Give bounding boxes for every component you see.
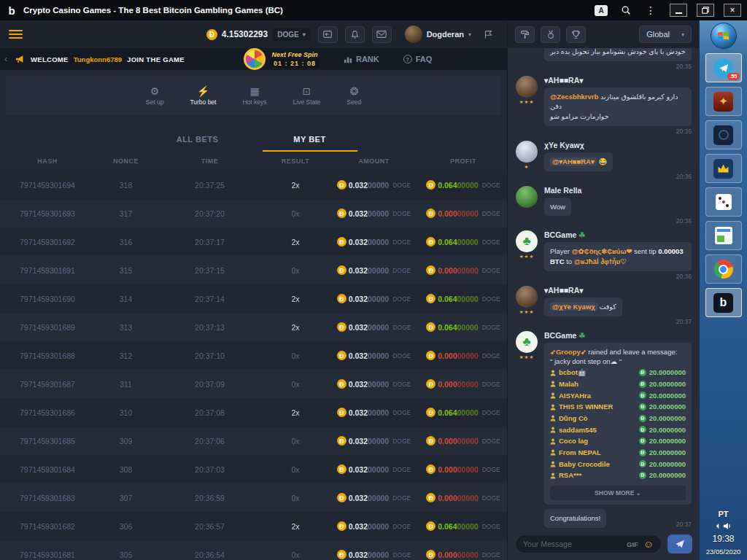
- tab-my-bet[interactable]: MY BET: [263, 135, 357, 152]
- free-spin-timer: 01 : 21 : 08: [270, 59, 320, 68]
- search-icon[interactable]: [616, 3, 635, 18]
- bet-row[interactable]: 7971459301681 305 20:36:54 0x Đ 0.032000…: [0, 540, 507, 560]
- bet-row[interactable]: 7971459301688 312 20:37:10 0x Đ 0.032000…: [0, 341, 507, 370]
- currency-dropdown[interactable]: DOGE▾: [272, 28, 310, 41]
- bet-row[interactable]: 7971459301693 317 20:37:20 0x Đ 0.032000…: [0, 199, 507, 228]
- settings-item[interactable]: ⚡ Turbo bet: [190, 86, 216, 106]
- chat-username[interactable]: ▾AH■■RA▾: [544, 76, 692, 85]
- amount-zeros: 00000: [368, 209, 389, 218]
- winner-name[interactable]: saddam545: [559, 424, 636, 436]
- minimize-button[interactable]: [670, 4, 687, 17]
- bet-row[interactable]: 7971459301684 308 20:37:03 0x Đ 0.032000…: [0, 455, 507, 483]
- settings-item[interactable]: ⚙ Set up: [146, 86, 164, 106]
- taskbar-game-red[interactable]: ✦: [705, 87, 742, 116]
- chat-username[interactable]: Male Rella: [544, 186, 692, 195]
- profit-zeros: 00000: [457, 209, 479, 218]
- faq-link[interactable]: ? FAQ: [403, 55, 433, 63]
- hamburger-menu-icon[interactable]: [9, 30, 23, 39]
- mention[interactable]: @ʁJħäĺ ჰφϯἧυ♡: [574, 257, 627, 265]
- chat-username[interactable]: BCGame ☘: [544, 230, 692, 239]
- trophy-icon[interactable]: [566, 26, 586, 43]
- free-spin-widget[interactable]: Next Free Spin 01 : 21 : 08: [244, 48, 320, 70]
- avatar[interactable]: ♣: [516, 230, 538, 252]
- message-input[interactable]: [523, 540, 622, 548]
- rain-user[interactable]: ➶Groopy➶: [550, 348, 587, 356]
- winner-name[interactable]: Coco lag: [559, 435, 636, 447]
- medal-icon[interactable]: [541, 26, 560, 43]
- paint-roller-icon[interactable]: [515, 26, 535, 43]
- bet-row[interactable]: 7971459301694 318 20:37:25 2x Đ 0.032000…: [0, 171, 507, 199]
- settings-item[interactable]: ⊡ Live State: [293, 86, 321, 106]
- taskbar-document-app[interactable]: [705, 221, 742, 250]
- winner-name[interactable]: From NEPAL: [559, 447, 636, 459]
- settings-item[interactable]: ▦ Hot keys: [242, 86, 266, 106]
- bet-row[interactable]: 7971459301689 313 20:37:13 2x Đ 0.032000…: [0, 313, 507, 341]
- start-button[interactable]: [711, 23, 737, 49]
- mention[interactable]: @Zecsbhkrvrb: [550, 93, 598, 101]
- chat-username[interactable]: ▾AH■■RA▾: [544, 286, 692, 295]
- taskbar-date[interactable]: 23/05/2020: [706, 548, 741, 556]
- menu-dots-icon[interactable]: ⋮: [641, 3, 660, 18]
- taskbar-telegram[interactable]: .55: [705, 53, 742, 82]
- avatar[interactable]: [516, 141, 538, 163]
- bet-profit: Đ 0.00000000 DOGE: [419, 550, 507, 559]
- taskbar-crown-app[interactable]: [705, 154, 742, 183]
- winner-name[interactable]: Dũng Cò: [559, 413, 636, 424]
- taskbar-chrome[interactable]: [705, 254, 742, 284]
- show-more-button[interactable]: SHOW MORE ⌄: [550, 486, 686, 500]
- mention[interactable]: @✿₵öɳς✻₵ʁúω❤: [572, 247, 632, 255]
- star-rating: ★★★: [519, 99, 534, 105]
- winner-name[interactable]: Malah: [559, 378, 636, 390]
- avatar[interactable]: [516, 186, 538, 208]
- winner-name[interactable]: Baby Crocodile: [559, 459, 636, 470]
- notifications-bell-icon[interactable]: [345, 26, 365, 43]
- chevron-down-icon: ▾: [303, 31, 306, 38]
- tray-expand-arrow-icon[interactable]: [715, 523, 720, 529]
- avatar[interactable]: [516, 286, 538, 308]
- gif-button[interactable]: GIF: [627, 540, 638, 548]
- user-menu[interactable]: Dogderan ▾: [405, 26, 471, 43]
- bet-row[interactable]: 7971459301685 309 20:37:06 0x Đ 0.032000…: [0, 427, 507, 455]
- bet-row[interactable]: 7971459301690 314 20:37:14 2x Đ 0.032000…: [0, 284, 507, 313]
- chat-username[interactable]: BCGame ☘: [544, 331, 692, 340]
- vault-icon[interactable]: [318, 26, 338, 43]
- chat-username[interactable]: χYe Kyawχ: [544, 141, 692, 149]
- bet-hash: 7971459301683: [0, 494, 95, 502]
- winner-name[interactable]: RSA***: [559, 470, 636, 481]
- winner-name[interactable]: bcbot🤖: [559, 367, 636, 378]
- bet-row[interactable]: 7971459301692 316 20:37:17 2x Đ 0.032000…: [0, 228, 507, 256]
- amount-zeros: 00000: [368, 323, 389, 332]
- taskbar-clock[interactable]: 19:38: [712, 534, 734, 544]
- taskbar-bc-game[interactable]: b: [705, 288, 742, 317]
- taskbar-app-dark[interactable]: [705, 120, 742, 149]
- emoji-button[interactable]: ☺: [643, 539, 654, 549]
- winner-name[interactable]: THIS IS WINNER: [559, 401, 636, 413]
- settings-item[interactable]: ❂ Seed: [347, 86, 361, 106]
- chat-channel-dropdown[interactable]: Global ▾: [639, 26, 692, 43]
- mention[interactable]: @▾AH■■RA▾: [550, 158, 597, 166]
- bet-row[interactable]: 7971459301686 310 20:37:08 2x Đ 0.032000…: [0, 398, 507, 427]
- rank-link[interactable]: RANK: [344, 55, 379, 63]
- tab-all-bets[interactable]: ALL BETS: [150, 135, 245, 152]
- bet-row[interactable]: 7971459301691 315 20:37:15 0x Đ 0.032000…: [0, 256, 507, 284]
- mention[interactable]: @χYe Kyawχ: [550, 303, 597, 311]
- mail-icon[interactable]: [372, 26, 392, 43]
- profit-currency: DOGE: [482, 295, 500, 303]
- bet-row[interactable]: 7971459301687 311 20:37:09 0x Đ 0.032000…: [0, 370, 507, 398]
- close-button[interactable]: ×: [724, 4, 741, 17]
- speaker-icon[interactable]: [723, 522, 732, 530]
- translate-icon[interactable]: A: [592, 3, 611, 18]
- chat-toggle-icon[interactable]: [479, 26, 498, 43]
- bet-row[interactable]: 7971459301683 307 20:36:59 0x Đ 0.032000…: [0, 483, 507, 512]
- language-indicator[interactable]: PT: [718, 510, 728, 518]
- doge-coin-icon: Đ: [426, 209, 436, 218]
- avatar[interactable]: [516, 76, 538, 98]
- send-button[interactable]: [667, 534, 692, 553]
- winner-name[interactable]: AISYAHra: [559, 390, 636, 402]
- avatar[interactable]: ♣: [516, 331, 538, 353]
- balance-display[interactable]: Đ 4.15302293 DOGE▾: [206, 28, 311, 41]
- taskbar-dice-app[interactable]: [705, 187, 742, 217]
- chevron-left-icon[interactable]: ‹: [4, 54, 10, 64]
- restore-button[interactable]: [697, 4, 714, 17]
- bet-row[interactable]: 7971459301682 306 20:36:57 2x Đ 0.032000…: [0, 512, 507, 540]
